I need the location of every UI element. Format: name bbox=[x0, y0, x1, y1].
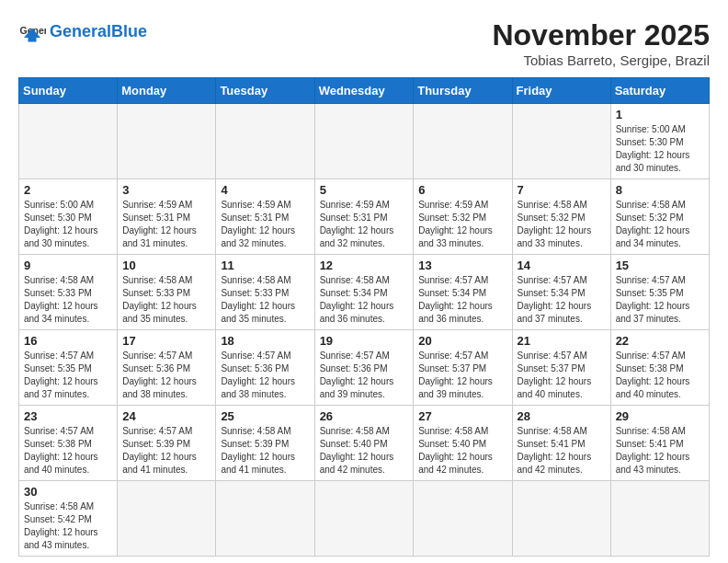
day-cell-21: 21 Sunrise: 4:57 AMSunset: 5:37 PMDaylig… bbox=[512, 330, 610, 406]
header-sunday: Sunday bbox=[19, 78, 118, 104]
header-monday: Monday bbox=[118, 78, 216, 104]
empty-cell bbox=[19, 104, 118, 179]
day-cell-1: 1 Sunrise: 5:00 AM Sunset: 5:30 PM Dayli… bbox=[610, 104, 709, 179]
day-cell-19: 19 Sunrise: 4:57 AMSunset: 5:36 PMDaylig… bbox=[314, 330, 414, 406]
day-cell-12: 12 Sunrise: 4:58 AMSunset: 5:34 PMDaylig… bbox=[314, 255, 414, 330]
day-cell-18: 18 Sunrise: 4:57 AMSunset: 5:36 PMDaylig… bbox=[216, 330, 314, 406]
empty-cell bbox=[610, 481, 709, 557]
weekday-header-row: Sunday Monday Tuesday Wednesday Thursday… bbox=[19, 78, 710, 104]
logo-text: GeneralBlue bbox=[50, 23, 147, 41]
calendar-table: Sunday Monday Tuesday Wednesday Thursday… bbox=[18, 77, 710, 557]
day-cell-11: 11 Sunrise: 4:58 AMSunset: 5:33 PMDaylig… bbox=[216, 255, 314, 330]
title-block: November 2025 Tobias Barreto, Sergipe, B… bbox=[492, 18, 710, 68]
day-cell-27: 27 Sunrise: 4:58 AMSunset: 5:40 PMDaylig… bbox=[414, 406, 512, 481]
header-thursday: Thursday bbox=[414, 78, 512, 104]
month-title: November 2025 bbox=[492, 18, 710, 52]
day-cell-15: 15 Sunrise: 4:57 AMSunset: 5:35 PMDaylig… bbox=[610, 255, 709, 330]
day-info: Sunrise: 5:00 AM Sunset: 5:30 PM Dayligh… bbox=[616, 123, 704, 175]
header-tuesday: Tuesday bbox=[216, 78, 314, 104]
empty-cell bbox=[414, 104, 512, 179]
logo: General GeneralBlue bbox=[18, 18, 147, 46]
table-row: 30 Sunrise: 4:58 AMSunset: 5:42 PMDaylig… bbox=[19, 481, 710, 557]
day-number: 1 bbox=[616, 108, 704, 121]
day-cell-5: 5 Sunrise: 4:59 AMSunset: 5:31 PMDayligh… bbox=[314, 179, 414, 255]
day-cell-24: 24 Sunrise: 4:57 AMSunset: 5:39 PMDaylig… bbox=[118, 406, 216, 481]
day-cell-23: 23 Sunrise: 4:57 AMSunset: 5:38 PMDaylig… bbox=[19, 406, 118, 481]
empty-cell bbox=[216, 104, 314, 179]
day-cell-13: 13 Sunrise: 4:57 AMSunset: 5:34 PMDaylig… bbox=[414, 255, 512, 330]
empty-cell bbox=[512, 104, 610, 179]
day-cell-17: 17 Sunrise: 4:57 AMSunset: 5:36 PMDaylig… bbox=[118, 330, 216, 406]
day-cell-16: 16 Sunrise: 4:57 AMSunset: 5:35 PMDaylig… bbox=[19, 330, 118, 406]
header-saturday: Saturday bbox=[610, 78, 709, 104]
day-cell-30: 30 Sunrise: 4:58 AMSunset: 5:42 PMDaylig… bbox=[19, 481, 118, 557]
logo-icon: General bbox=[18, 18, 46, 46]
day-cell-8: 8 Sunrise: 4:58 AMSunset: 5:32 PMDayligh… bbox=[610, 179, 709, 255]
table-row: 23 Sunrise: 4:57 AMSunset: 5:38 PMDaylig… bbox=[19, 406, 710, 481]
day-cell-10: 10 Sunrise: 4:58 AMSunset: 5:33 PMDaylig… bbox=[118, 255, 216, 330]
day-cell-7: 7 Sunrise: 4:58 AMSunset: 5:32 PMDayligh… bbox=[512, 179, 610, 255]
day-cell-25: 25 Sunrise: 4:58 AMSunset: 5:39 PMDaylig… bbox=[216, 406, 314, 481]
table-row: 9 Sunrise: 4:58 AMSunset: 5:33 PMDayligh… bbox=[19, 255, 710, 330]
svg-rect-2 bbox=[28, 38, 37, 42]
day-cell-3: 3 Sunrise: 4:59 AMSunset: 5:31 PMDayligh… bbox=[118, 179, 216, 255]
day-cell-29: 29 Sunrise: 4:58 AMSunset: 5:41 PMDaylig… bbox=[610, 406, 709, 481]
table-row: 16 Sunrise: 4:57 AMSunset: 5:35 PMDaylig… bbox=[19, 330, 710, 406]
header-wednesday: Wednesday bbox=[314, 78, 414, 104]
empty-cell bbox=[314, 481, 414, 557]
day-cell-26: 26 Sunrise: 4:58 AMSunset: 5:40 PMDaylig… bbox=[314, 406, 414, 481]
day-cell-4: 4 Sunrise: 4:59 AMSunset: 5:31 PMDayligh… bbox=[216, 179, 314, 255]
page-header: General GeneralBlue November 2025 Tobias… bbox=[18, 18, 710, 68]
table-row: 1 Sunrise: 5:00 AM Sunset: 5:30 PM Dayli… bbox=[19, 104, 710, 179]
empty-cell bbox=[414, 481, 512, 557]
day-cell-22: 22 Sunrise: 4:57 AMSunset: 5:38 PMDaylig… bbox=[610, 330, 709, 406]
day-cell-6: 6 Sunrise: 4:59 AMSunset: 5:32 PMDayligh… bbox=[414, 179, 512, 255]
empty-cell bbox=[314, 104, 414, 179]
empty-cell bbox=[118, 481, 216, 557]
day-cell-2: 2 Sunrise: 5:00 AMSunset: 5:30 PMDayligh… bbox=[19, 179, 118, 255]
empty-cell bbox=[118, 104, 216, 179]
header-friday: Friday bbox=[512, 78, 610, 104]
day-cell-28: 28 Sunrise: 4:58 AMSunset: 5:41 PMDaylig… bbox=[512, 406, 610, 481]
day-cell-14: 14 Sunrise: 4:57 AMSunset: 5:34 PMDaylig… bbox=[512, 255, 610, 330]
day-cell-9: 9 Sunrise: 4:58 AMSunset: 5:33 PMDayligh… bbox=[19, 255, 118, 330]
table-row: 2 Sunrise: 5:00 AMSunset: 5:30 PMDayligh… bbox=[19, 179, 710, 255]
location-title: Tobias Barreto, Sergipe, Brazil bbox=[492, 52, 710, 68]
empty-cell bbox=[216, 481, 314, 557]
empty-cell bbox=[512, 481, 610, 557]
day-cell-20: 20 Sunrise: 4:57 AMSunset: 5:37 PMDaylig… bbox=[414, 330, 512, 406]
